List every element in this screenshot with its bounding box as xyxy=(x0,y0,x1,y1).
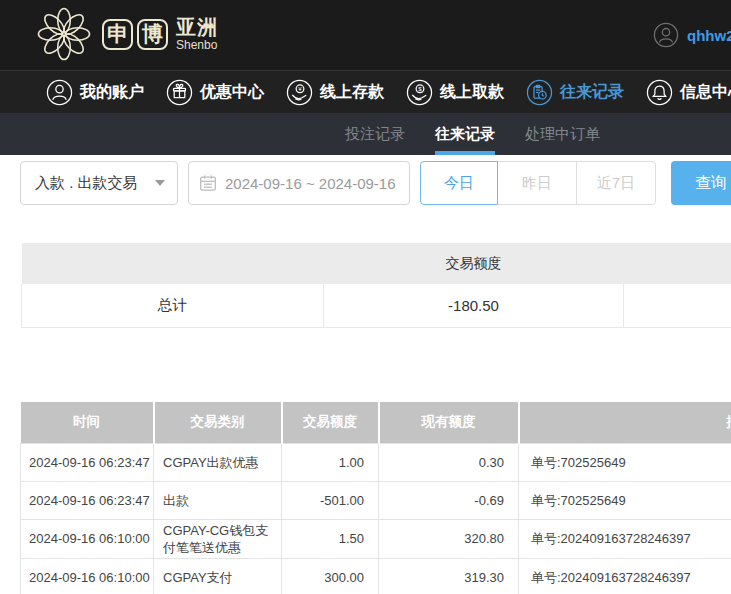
cell-balance: 319.30 xyxy=(379,558,519,594)
cell-memo: 单号:702525649 xyxy=(519,481,731,519)
logo-char-2: 博 xyxy=(142,20,163,48)
nav-item-promotions[interactable]: 优惠中心 xyxy=(166,79,264,106)
cell-amount: 300.00 xyxy=(282,558,379,594)
cell-time: 2024-09-16 06:23:47 xyxy=(21,481,154,519)
today-button[interactable]: 今日 xyxy=(420,161,498,205)
nav-label: 往来记录 xyxy=(560,82,624,103)
clipboard-clock-icon xyxy=(526,79,553,106)
svg-text:$: $ xyxy=(418,84,422,91)
nav-item-transaction-records[interactable]: 往来记录 xyxy=(526,79,624,106)
column-header-amount: 交易额度 xyxy=(282,402,379,443)
summary-header-empty xyxy=(22,243,324,284)
user-icon xyxy=(46,79,73,106)
logo-text-block: 亚洲 Shenbo xyxy=(176,17,218,51)
main-navigation-bar: 我的账户 优惠中心 ¥ 线上存款 $ 线上取款 xyxy=(0,70,731,113)
records-table: 时间 交易类别 交易额度 现有额度 摘要 2024-09-16 06:23:47… xyxy=(20,402,731,594)
nav-label: 信息中心 xyxy=(680,82,731,103)
nav-item-messages[interactable]: 信息中心 xyxy=(646,79,731,106)
cell-balance: 320.80 xyxy=(379,519,519,558)
cell-memo: 单号:202409163728246397 xyxy=(519,519,731,558)
nav-item-my-account[interactable]: 我的账户 xyxy=(46,79,144,106)
cell-type: 出款 xyxy=(154,481,282,519)
transaction-type-value: 入款 . 出款交易 xyxy=(35,174,155,193)
summary-table: 交易额度 总计 -180.50 xyxy=(21,243,731,328)
summary-header-amount: 交易额度 xyxy=(324,243,624,284)
avatar-icon xyxy=(653,22,679,48)
active-tab-underline xyxy=(435,151,495,155)
summary-header-row: 交易额度 xyxy=(22,243,731,284)
tab-label: 投注记录 xyxy=(345,125,405,144)
record-tabs-bar: 投注记录 往来记录 处理中订单 xyxy=(0,113,731,155)
tab-transaction-records[interactable]: 往来记录 xyxy=(435,113,495,155)
nav-label: 线上存款 xyxy=(320,82,384,103)
yesterday-button[interactable]: 昨日 xyxy=(497,161,577,205)
summary-empty-cell xyxy=(624,284,731,327)
cell-memo: 单号:702525649 xyxy=(519,443,731,481)
nav-item-withdraw[interactable]: $ 线上取款 xyxy=(406,79,504,106)
cell-balance: 0.30 xyxy=(379,443,519,481)
cell-type: CGPAY-CG钱包支付笔笔送优惠 xyxy=(154,519,282,558)
cell-time: 2024-09-16 06:23:47 xyxy=(21,443,154,481)
gift-icon xyxy=(166,79,193,106)
withdraw-hand-coin-icon: $ xyxy=(406,79,433,106)
site-logo[interactable]: 申 博 亚洲 Shenbo xyxy=(36,6,218,62)
deposit-hand-coin-icon: ¥ xyxy=(286,79,313,106)
cell-time: 2024-09-16 06:10:00 xyxy=(21,558,154,594)
cell-balance: -0.69 xyxy=(379,481,519,519)
column-header-time: 时间 xyxy=(21,402,154,443)
tab-label: 处理中订单 xyxy=(525,125,600,144)
records-header-row: 时间 交易类别 交易额度 现有额度 摘要 xyxy=(21,402,731,443)
cell-type: CGPAY出款优惠 xyxy=(154,443,282,481)
column-header-type: 交易类别 xyxy=(154,402,282,443)
tab-processing-orders[interactable]: 处理中订单 xyxy=(525,113,600,155)
user-account-area[interactable]: qhhw2 xyxy=(653,22,731,48)
tab-label: 往来记录 xyxy=(435,125,495,144)
last-7-days-button[interactable]: 近7日 xyxy=(576,161,656,205)
nav-label: 线上取款 xyxy=(440,82,504,103)
cell-amount: 1.00 xyxy=(282,443,379,481)
column-header-memo: 摘要 xyxy=(519,402,731,443)
svg-text:¥: ¥ xyxy=(298,84,302,91)
nav-label: 优惠中心 xyxy=(200,82,264,103)
table-row: 2024-09-16 06:23:47 CGPAY出款优惠 1.00 0.30 … xyxy=(21,443,731,481)
summary-total-label: 总计 xyxy=(22,284,324,327)
calendar-icon xyxy=(199,174,217,192)
nav-item-deposit[interactable]: ¥ 线上存款 xyxy=(286,79,384,106)
table-row: 2024-09-16 06:23:47 出款 -501.00 -0.69 单号:… xyxy=(21,481,731,519)
filter-bar: 入款 . 出款交易 2024-09-16 ~ 2024-09-16 今日 昨日 … xyxy=(20,161,731,205)
top-header-bar: 申 博 亚洲 Shenbo qhhw2 xyxy=(0,0,731,70)
table-row: 2024-09-16 06:10:00 CGPAY-CG钱包支付笔笔送优惠 1.… xyxy=(21,519,731,558)
cell-time: 2024-09-16 06:10:00 xyxy=(21,519,154,558)
username-text[interactable]: qhhw2 xyxy=(687,27,731,44)
flower-logo-icon xyxy=(36,6,92,62)
quick-date-button-group: 今日 昨日 近7日 xyxy=(420,161,656,205)
summary-total-value: -180.50 xyxy=(324,284,624,327)
logo-subtitle-text: Shenbo xyxy=(176,39,218,51)
date-range-value: 2024-09-16 ~ 2024-09-16 xyxy=(225,175,396,192)
tab-betting-records[interactable]: 投注记录 xyxy=(345,113,405,155)
cell-type: CGPAY支付 xyxy=(154,558,282,594)
cell-memo: 单号:202409163728246397 xyxy=(519,558,731,594)
logo-char-box: 博 xyxy=(137,19,168,50)
chevron-down-icon xyxy=(155,180,165,186)
search-button[interactable]: 查询 xyxy=(671,161,731,205)
date-range-input[interactable]: 2024-09-16 ~ 2024-09-16 xyxy=(188,161,410,205)
table-row: 2024-09-16 06:10:00 CGPAY支付 300.00 319.3… xyxy=(21,558,731,594)
logo-char-1: 申 xyxy=(107,20,128,48)
bell-icon xyxy=(646,79,673,106)
logo-char-box: 申 xyxy=(102,19,133,50)
summary-header-empty xyxy=(624,243,731,284)
summary-total-row: 总计 -180.50 xyxy=(22,284,731,327)
cell-amount: 1.50 xyxy=(282,519,379,558)
cell-amount: -501.00 xyxy=(282,481,379,519)
logo-region-text: 亚洲 xyxy=(176,17,218,37)
transaction-type-select[interactable]: 入款 . 出款交易 xyxy=(20,161,178,205)
transaction-records-page: { "header": { "logo": { "char1": "申", "c… xyxy=(0,0,731,594)
nav-label: 我的账户 xyxy=(80,82,144,103)
column-header-balance: 现有额度 xyxy=(379,402,519,443)
